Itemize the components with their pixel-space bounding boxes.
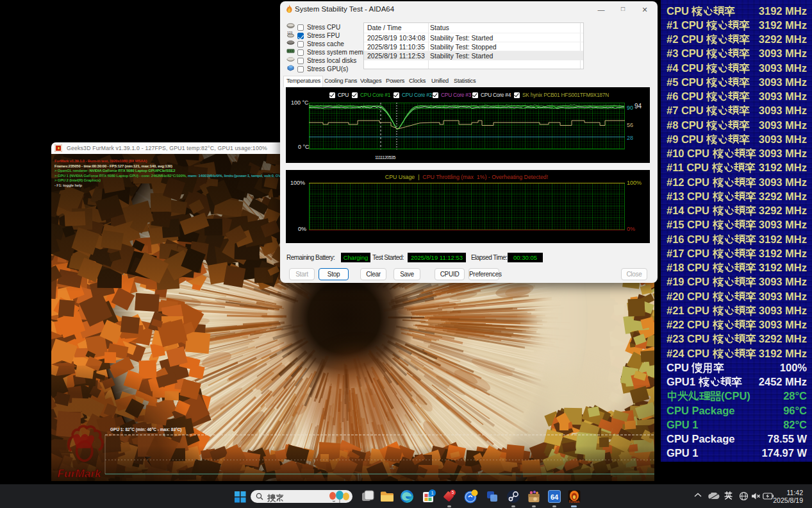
svg-text:5: 5 xyxy=(452,490,454,495)
svg-text:FurMark: FurMark xyxy=(569,500,580,504)
svg-text:64: 64 xyxy=(551,493,559,501)
svg-text:1: 1 xyxy=(431,490,433,496)
svg-text:FurMark: FurMark xyxy=(58,467,103,480)
